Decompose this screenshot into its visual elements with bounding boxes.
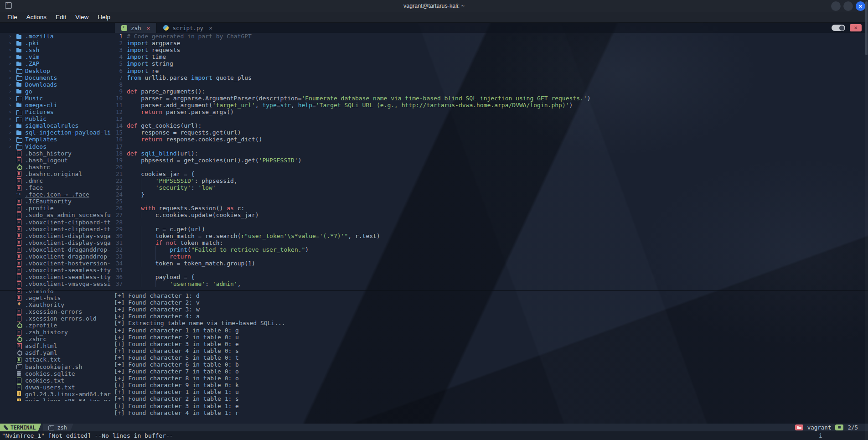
tree-item[interactable]: .vboxclient-hostversion-: [0, 260, 115, 267]
tree-item[interactable]: .dmrc: [0, 177, 115, 184]
tree-item[interactable]: .vboxclient-draganddrop-: [0, 246, 115, 253]
tab-close-icon[interactable]: ×: [147, 25, 150, 31]
code-line[interactable]: 31 if not token_match:: [114, 239, 868, 246]
code-line[interactable]: 3import requests: [114, 47, 868, 53]
code-line[interactable]: 20: [114, 164, 868, 171]
tree-item[interactable]: ›sql-injection-payload-li: [0, 129, 115, 136]
tree-item[interactable]: asdf.yaml: [0, 349, 115, 356]
code-line[interactable]: 10 parser = argparse.ArgumentParser(desc…: [114, 95, 868, 102]
tree-item[interactable]: ›.pki: [0, 40, 115, 47]
tree-item[interactable]: .vboxclient-clipboard-tt: [0, 226, 115, 233]
tree-item[interactable]: asdf.html: [0, 342, 115, 349]
minimize-button[interactable]: [831, 1, 841, 11]
tree-item[interactable]: .vboxclient-display-svga: [0, 239, 115, 246]
code-line[interactable]: 29 r = c.get(url): [114, 226, 868, 233]
tree-item[interactable]: ›Music: [0, 95, 115, 102]
scrollbar-thumb[interactable]: [865, 1, 868, 55]
tab-zsh[interactable]: zsh ×: [115, 23, 157, 33]
tree-item[interactable]: .zprofile: [0, 322, 115, 329]
tree-item[interactable]: .vboxclient-draganddrop-: [0, 253, 115, 260]
tree-item[interactable]: .bashrc.original: [0, 171, 115, 177]
tree-item[interactable]: .viminfo: [0, 287, 115, 294]
code-line[interactable]: 15 response = requests.get(url): [114, 129, 868, 136]
code-line[interactable]: 19 phpsessid = get_cookies(url).get('PHP…: [114, 157, 868, 164]
tree-item[interactable]: .ICEauthority: [0, 198, 115, 205]
code-line[interactable]: 5import string: [114, 60, 868, 67]
code-line[interactable]: 33 return: [114, 253, 868, 260]
tree-item[interactable]: .sudo_as_admin_successfu: [0, 212, 115, 218]
code-line[interactable]: 2import argparse: [114, 40, 868, 47]
tree-item[interactable]: ›.ssh: [0, 47, 115, 53]
tree-item[interactable]: .bashrc: [0, 164, 115, 171]
code-line[interactable]: 28: [114, 219, 868, 226]
code-line[interactable]: 22 'PHPSESSID': phpsessid,: [114, 177, 868, 184]
tree-item[interactable]: .vboxclient-seamless-tty: [0, 267, 115, 274]
code-line[interactable]: 35: [114, 267, 868, 274]
tree-item[interactable]: .xsession-errors.old: [0, 315, 115, 322]
code-line[interactable]: 17: [114, 143, 868, 150]
tree-item[interactable]: .vboxclient-seamless-tty: [0, 274, 115, 280]
window-split-separator[interactable]: [0, 290, 868, 291]
code-line[interactable]: 7from urllib.parse import quote_plus: [114, 74, 868, 81]
tree-item[interactable]: ›Pictures: [0, 109, 115, 115]
tree-item[interactable]: cookies.sqlite: [0, 370, 115, 377]
menu-file[interactable]: File: [3, 13, 22, 21]
code-line[interactable]: 14def get_cookies(url):: [114, 122, 868, 129]
scrollbar[interactable]: [865, 0, 868, 440]
tree-item[interactable]: .vboxclient-clipboard-tt: [0, 219, 115, 226]
tree-item[interactable]: ›Downloads: [0, 81, 115, 88]
code-line[interactable]: 8: [114, 81, 868, 88]
tree-item[interactable]: nvim-linux-x86_64.tar.gz: [0, 398, 115, 401]
tree-item[interactable]: ›Documents: [0, 74, 115, 81]
tree-item[interactable]: .xsession-errors: [0, 308, 115, 315]
code-line[interactable]: 1# Code generated in part by ChatGPT: [114, 33, 868, 40]
tree-item[interactable]: cookies.txt: [0, 377, 115, 384]
tab-script-py[interactable]: script.py ×: [157, 23, 219, 33]
code-line[interactable]: 32 print("Failed to retrieve user_token.…: [114, 246, 868, 253]
tree-item[interactable]: .profile: [0, 205, 115, 212]
code-line[interactable]: 18def sqli_blind(url):: [114, 150, 868, 157]
tree-item[interactable]: .wget-hsts: [0, 295, 115, 301]
code-line[interactable]: 37 'username': 'admin',: [114, 280, 868, 287]
code-line[interactable]: 13: [114, 115, 868, 122]
menu-actions[interactable]: Actions: [22, 13, 51, 21]
tree-item[interactable]: attack.txt: [0, 356, 115, 363]
tree-item[interactable]: ›sigmalocalrules: [0, 122, 115, 129]
menu-help[interactable]: Help: [93, 13, 115, 21]
code-line[interactable]: 27 c.cookies.update(cookies_jar): [114, 212, 868, 218]
code-line[interactable]: 21 cookies_jar = {: [114, 171, 868, 177]
tree-item[interactable]: ›.vim: [0, 53, 115, 60]
code-line[interactable]: 9def parse_arguments():: [114, 88, 868, 95]
code-line[interactable]: 30 token_match = re.search(r"user_token'…: [114, 233, 868, 239]
tree-item[interactable]: .bash_logout: [0, 157, 115, 164]
code-line[interactable]: 25: [114, 198, 868, 205]
tree-item[interactable]: .face.icon → .face: [0, 191, 115, 198]
menu-view[interactable]: View: [71, 13, 93, 21]
code-line[interactable]: 16 return response.cookies.get_dict(): [114, 136, 868, 143]
tree-item[interactable]: .face: [0, 184, 115, 191]
tree-item[interactable]: .vboxclient-vmsvga-sessi: [0, 280, 115, 287]
tree-item[interactable]: .vboxclient-display-svga: [0, 233, 115, 239]
toggle-switch[interactable]: [832, 25, 845, 31]
code-line[interactable]: 12 return parser.parse_args(): [114, 109, 868, 115]
maximize-button[interactable]: [843, 1, 853, 11]
code-line[interactable]: 36 payload = {: [114, 274, 868, 280]
tree-item[interactable]: ›Templates: [0, 136, 115, 143]
code-line[interactable]: 4import time: [114, 53, 868, 60]
tree-item[interactable]: ›.ZAP: [0, 60, 115, 67]
tree-item[interactable]: ›go: [0, 88, 115, 95]
code-line[interactable]: 11 parser.add_argument('target_url', typ…: [114, 102, 868, 109]
code-line[interactable]: 34 token = token_match.group(1): [114, 260, 868, 267]
tree-item[interactable]: ›Desktop: [0, 67, 115, 74]
code-line[interactable]: 6import re: [114, 67, 868, 74]
tree-item[interactable]: ›.mozilla: [0, 33, 115, 40]
menu-edit[interactable]: Edit: [51, 13, 71, 21]
tree-item[interactable]: bashcookiejar.sh: [0, 363, 115, 370]
close-button[interactable]: ×: [856, 1, 865, 11]
tree-item[interactable]: .zshrc: [0, 336, 115, 342]
tree-item[interactable]: ›Public: [0, 115, 115, 122]
tree-item[interactable]: go1.24.3.linux-amd64.tar: [0, 391, 115, 398]
code-line[interactable]: 24 }: [114, 191, 868, 198]
close-terminal-button[interactable]: ×: [850, 24, 862, 31]
tab-close-icon[interactable]: ×: [209, 25, 212, 31]
